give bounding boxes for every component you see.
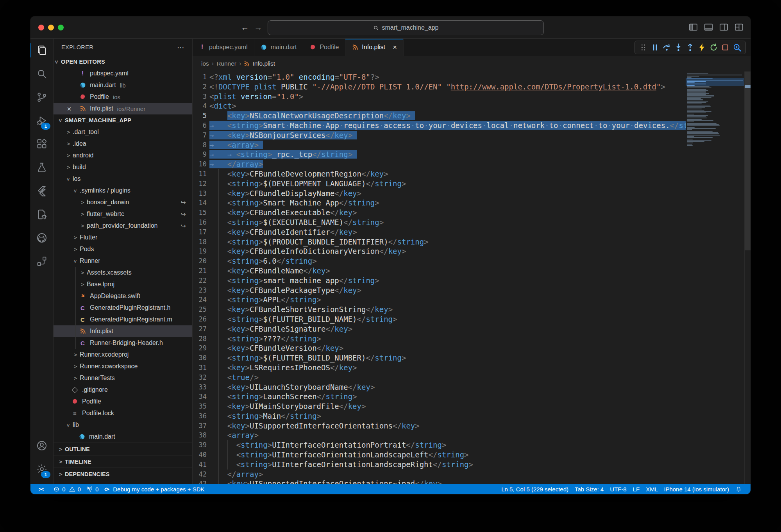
restart-icon[interactable] — [709, 43, 718, 52]
tree-item-Podfile[interactable]: Podfile — [54, 396, 192, 407]
layout-sidebar-right-icon[interactable] — [718, 22, 729, 32]
minimize-window-button[interactable] — [48, 25, 54, 30]
tab-Info.plist[interactable]: Info.plist× — [345, 39, 404, 56]
tree-item-GeneratedPluginRegistrant.h[interactable]: CGeneratedPluginRegistrant.h — [54, 302, 192, 314]
more-actions-icon[interactable]: ⋯ — [177, 43, 185, 52]
scrollbar-thumb[interactable] — [745, 71, 751, 250]
pause-icon[interactable] — [650, 43, 660, 52]
breadcrumb-item[interactable]: Runner — [216, 60, 236, 67]
line-number: 20 — [193, 256, 207, 266]
eol[interactable]: LF — [630, 484, 643, 494]
tree-item-GeneratedPluginRegistrant.m[interactable]: CGeneratedPluginRegistrant.m — [54, 314, 192, 325]
remote[interactable]: >< — [36, 484, 50, 494]
cursor-position[interactable]: Ln 5, Col 5 (229 selected) — [498, 484, 572, 494]
tree-item-build[interactable]: >build — [54, 161, 192, 173]
activity-github[interactable] — [30, 226, 53, 250]
notifications[interactable] — [732, 484, 745, 494]
activity-accounts[interactable] — [30, 434, 53, 457]
line-number: 15 — [193, 208, 207, 218]
device-selector[interactable]: iPhone 14 (ios simulator) — [661, 484, 732, 494]
breadcrumb-item[interactable]: ios — [201, 60, 209, 67]
activity-run-and-debug[interactable]: 1 — [30, 109, 53, 132]
tree-item-main.dart[interactable]: main.dart — [54, 431, 192, 443]
close-icon[interactable]: × — [393, 44, 397, 50]
project-root[interactable]: >SMART_MACHINE_APP — [54, 114, 192, 126]
tree-item-Runner.xcworkspace[interactable]: >Runner.xcworkspace — [54, 361, 192, 372]
open-editor-pubspec.yaml[interactable]: !pubspec.yaml — [54, 68, 192, 79]
tree-item-Info.plist[interactable]: Info.plist — [54, 325, 192, 337]
zoom-window-button[interactable] — [58, 25, 64, 30]
tree-item-android[interactable]: >android — [54, 150, 192, 161]
minimap[interactable] — [686, 71, 744, 484]
activity-extensions[interactable] — [30, 132, 53, 156]
layout-panel-icon[interactable] — [703, 22, 714, 32]
activity-search[interactable] — [30, 62, 53, 86]
activity-project-tools[interactable] — [30, 203, 53, 226]
flutter-icon — [36, 185, 48, 197]
line-number: 26 — [193, 314, 207, 324]
tab-pubspec.yaml[interactable]: !pubspec.yaml — [193, 39, 254, 56]
tree-item-Base.lproj[interactable]: >Base.lproj — [54, 278, 192, 290]
tree-item-ios[interactable]: >ios — [54, 173, 192, 185]
indentation[interactable]: Tab Size: 4 — [572, 484, 607, 494]
tree-item-.dart_tool[interactable]: >.dart_tool — [54, 126, 192, 138]
tree-item-lib[interactable]: >lib — [54, 419, 192, 431]
breadcrumb[interactable]: ios›Runner›Info.plist — [193, 56, 751, 71]
step-into-icon[interactable] — [674, 43, 683, 52]
section-dependencies[interactable]: >DEPENDENCIES — [54, 468, 192, 480]
step-over-icon[interactable] — [662, 43, 672, 52]
step-out-icon[interactable] — [685, 43, 695, 52]
line-number: 18 — [193, 237, 207, 247]
close-icon[interactable]: × — [65, 105, 73, 112]
tree-item-Pods[interactable]: >Pods — [54, 243, 192, 255]
tree-item-flutter_webrtc[interactable]: >flutter_webrtc↪ — [54, 208, 192, 220]
language-mode[interactable]: XML — [643, 484, 661, 494]
status-warnings[interactable]: 0 — [66, 484, 84, 494]
tree-item-Runner.xcodeproj[interactable]: >Runner.xcodeproj — [54, 349, 192, 361]
activity-explorer[interactable] — [30, 39, 53, 62]
tree-item-AppDelegate.swift[interactable]: AppDelegate.swift — [54, 290, 192, 302]
tree-item-bonsoir_darwin[interactable]: >bonsoir_darwin↪ — [54, 196, 192, 208]
activity-flutter[interactable] — [30, 179, 53, 203]
editor-scrollbar[interactable] — [744, 71, 751, 484]
tree-item-Podfile.lock[interactable]: ≡Podfile.lock — [54, 407, 192, 419]
tree-item-RunnerTests[interactable]: >RunnerTests — [54, 372, 192, 384]
ports[interactable]: 0 — [84, 484, 101, 494]
command-center-search[interactable]: smart_machine_app — [268, 20, 544, 35]
code-area[interactable]: 1<?xml version="1.0" encoding="UTF-8"?>2… — [193, 71, 686, 484]
open-editors-header[interactable]: >OPEN EDITORS — [54, 56, 192, 68]
tree-item-Runner[interactable]: >Runner — [54, 255, 192, 267]
close-window-button[interactable] — [38, 25, 44, 30]
encoding[interactable]: UTF-8 — [607, 484, 630, 494]
activity-settings[interactable]: 1 — [30, 457, 53, 481]
layout-sidebar-left-icon[interactable] — [688, 22, 699, 32]
section-outline[interactable]: >OUTLINE — [54, 443, 192, 455]
stop-icon[interactable] — [720, 43, 730, 52]
tab-main.dart[interactable]: main.dart — [254, 39, 304, 56]
tree-item-Runner-Bridging-Header.h[interactable]: CRunner-Bridging-Header.h — [54, 337, 192, 349]
tree-item-.symlinks / plugins[interactable]: >.symlinks / plugins — [54, 185, 192, 196]
navigate-back-button[interactable]: ← — [240, 22, 250, 32]
open-editor-Podfile[interactable]: Podfileios — [54, 91, 192, 103]
layout-customize-icon[interactable] — [734, 22, 744, 32]
activity-testing[interactable] — [30, 156, 53, 179]
tree-item-Assets.xcassets[interactable]: >Assets.xcassets — [54, 267, 192, 278]
tree-item-path_provider_foundation[interactable]: >path_provider_foundation↪ — [54, 220, 192, 232]
navigate-forward-button[interactable]: → — [253, 22, 263, 32]
activity-source-control[interactable] — [30, 86, 53, 109]
open-editor-Info.plist[interactable]: ×Info.plistios/Runner — [54, 103, 192, 114]
line-number: 38 — [193, 430, 207, 440]
inspector-icon[interactable] — [732, 43, 742, 52]
breadcrumb-item[interactable]: Info.plist — [252, 60, 275, 67]
grip-icon[interactable] — [638, 43, 648, 52]
tree-item-Flutter[interactable]: >Flutter — [54, 232, 192, 243]
section-timeline[interactable]: >TIMELINE — [54, 455, 192, 468]
tree-item-.gitignore[interactable]: .gitignore — [54, 384, 192, 396]
activity-references[interactable] — [30, 250, 53, 273]
tree-item-.idea[interactable]: >.idea — [54, 138, 192, 150]
open-editor-main.dart[interactable]: main.dartlib — [54, 79, 192, 91]
code-line: 2<!DOCTYPE plist PUBLIC "-//Apple//DTD P… — [193, 82, 686, 92]
debug-config[interactable]: Debug my code + packages + SDK — [101, 484, 207, 494]
tab-Podfile[interactable]: Podfile — [303, 39, 345, 56]
hot-reload-icon[interactable] — [697, 43, 707, 52]
